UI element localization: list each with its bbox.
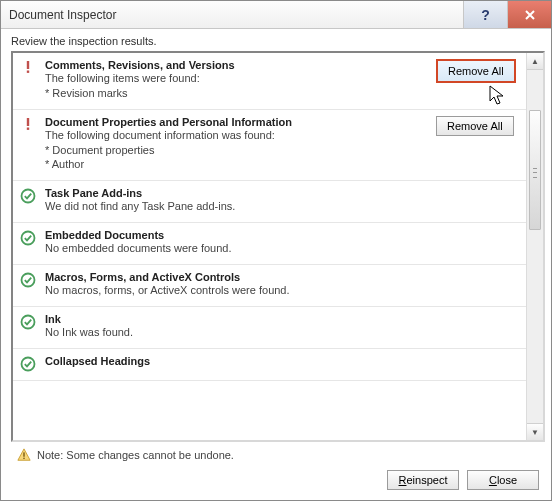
result-section: Task Pane Add-insWe did not find any Tas… — [13, 181, 526, 223]
scroll-up-button[interactable]: ▲ — [527, 53, 543, 70]
section-detail: No Ink was found. — [45, 325, 428, 340]
close-dialog-button[interactable]: Close — [467, 470, 539, 490]
section-content: Task Pane Add-insWe did not find any Tas… — [45, 187, 428, 214]
svg-rect-2 — [27, 118, 29, 126]
svg-rect-0 — [27, 61, 29, 69]
section-content: Collapsed Headings — [45, 355, 428, 367]
vertical-scrollbar[interactable]: ▲ ▼ — [526, 53, 543, 440]
note-row: Note: Some changes cannot be undone. — [1, 444, 551, 464]
section-detail: * Revision marks — [45, 86, 428, 101]
section-title: Collapsed Headings — [45, 355, 428, 367]
result-section: Embedded DocumentsNo embedded documents … — [13, 223, 526, 265]
results-list: Comments, Revisions, and VersionsThe fol… — [13, 53, 526, 440]
section-detail: The following document information was f… — [45, 128, 428, 143]
remove-all-button[interactable]: Remove All — [436, 116, 514, 136]
section-content: InkNo Ink was found. — [45, 313, 428, 340]
scroll-thumb[interactable] — [529, 110, 541, 230]
section-title: Document Properties and Personal Informa… — [45, 116, 428, 128]
section-detail: No embedded documents were found. — [45, 241, 428, 256]
section-content: Embedded DocumentsNo embedded documents … — [45, 229, 428, 256]
checkmark-icon — [19, 313, 37, 330]
svg-rect-10 — [23, 458, 24, 459]
window-title: Document Inspector — [1, 8, 463, 22]
svg-rect-1 — [27, 71, 29, 73]
section-title: Ink — [45, 313, 428, 325]
result-section: Document Properties and Personal Informa… — [13, 110, 526, 182]
section-content: Document Properties and Personal Informa… — [45, 116, 428, 173]
checkmark-icon — [19, 229, 37, 246]
result-section: InkNo Ink was found. — [13, 307, 526, 349]
section-title: Embedded Documents — [45, 229, 428, 241]
reinspect-button[interactable]: Reinspect — [387, 470, 459, 490]
svg-rect-3 — [27, 127, 29, 129]
section-content: Comments, Revisions, and VersionsThe fol… — [45, 59, 428, 101]
close-icon — [524, 9, 536, 21]
dialog-window: Document Inspector ? Review the inspecti… — [0, 0, 552, 501]
section-detail: * Author — [45, 157, 428, 172]
section-content: Macros, Forms, and ActiveX ControlsNo ma… — [45, 271, 428, 298]
section-detail: The following items were found: — [45, 71, 428, 86]
body: Comments, Revisions, and VersionsThe fol… — [1, 49, 551, 444]
checkmark-icon — [19, 187, 37, 204]
svg-rect-9 — [23, 452, 24, 456]
footer: Reinspect Close — [1, 464, 551, 500]
results-panel: Comments, Revisions, and VersionsThe fol… — [11, 51, 545, 442]
section-action: Remove All — [436, 116, 520, 136]
section-title: Comments, Revisions, and Versions — [45, 59, 428, 71]
result-section: Comments, Revisions, and VersionsThe fol… — [13, 53, 526, 110]
section-title: Task Pane Add-ins — [45, 187, 428, 199]
section-detail: We did not find any Task Pane add-ins. — [45, 199, 428, 214]
scroll-track[interactable] — [527, 70, 543, 423]
checkmark-icon — [19, 355, 37, 372]
section-action: Remove All — [436, 59, 520, 83]
alert-icon — [17, 448, 31, 462]
section-title: Macros, Forms, and ActiveX Controls — [45, 271, 428, 283]
close-button[interactable] — [507, 1, 551, 28]
note-text: Note: Some changes cannot be undone. — [37, 449, 234, 461]
subtitle: Review the inspection results. — [1, 29, 551, 49]
result-section: Collapsed Headings — [13, 349, 526, 381]
remove-all-button[interactable]: Remove All — [436, 59, 516, 83]
warning-icon — [19, 116, 37, 131]
help-button[interactable]: ? — [463, 1, 507, 28]
section-detail: * Document properties — [45, 143, 428, 158]
section-detail: No macros, forms, or ActiveX controls we… — [45, 283, 428, 298]
scroll-down-button[interactable]: ▼ — [527, 423, 543, 440]
warning-icon — [19, 59, 37, 74]
titlebar: Document Inspector ? — [1, 1, 551, 29]
result-section: Macros, Forms, and ActiveX ControlsNo ma… — [13, 265, 526, 307]
checkmark-icon — [19, 271, 37, 288]
